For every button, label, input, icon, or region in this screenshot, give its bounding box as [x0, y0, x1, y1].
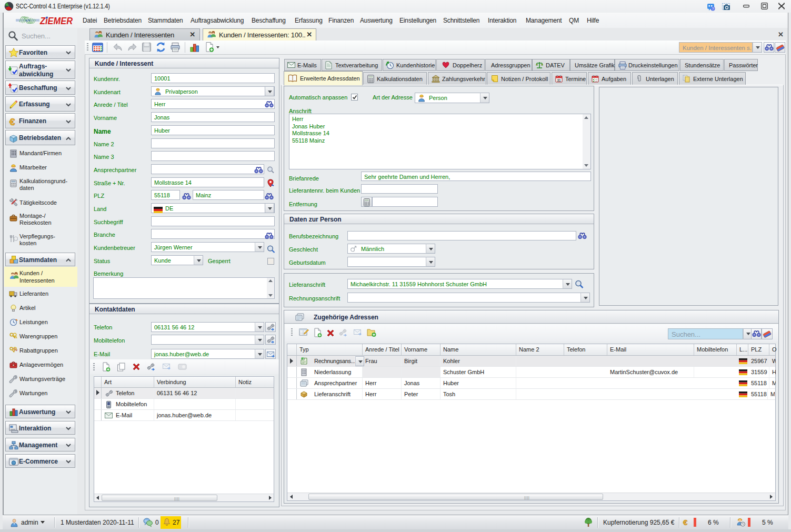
svg-text:€: € — [9, 116, 15, 127]
svg-text:ZiEMER: ZiEMER — [39, 15, 73, 26]
svg-text:31: 31 — [557, 78, 561, 82]
svg-text:€: € — [683, 518, 688, 527]
svg-text:?: ? — [712, 6, 714, 11]
